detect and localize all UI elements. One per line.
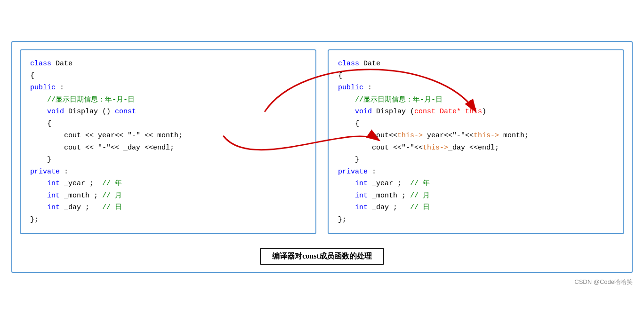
- left-line-6: {: [30, 118, 306, 130]
- left-code-panel: class Date { public : //显示日期信息：年-月-日 voi…: [20, 49, 316, 234]
- left-line-9: }: [30, 154, 306, 166]
- left-line-2: {: [30, 70, 306, 82]
- right-line-10: private :: [338, 166, 614, 178]
- left-line-11: int _year ; // 年: [30, 178, 306, 190]
- left-line-3: public :: [30, 82, 306, 94]
- left-line-5: void Display () const: [30, 106, 306, 118]
- right-line-14: };: [338, 214, 614, 226]
- left-line-1: class Date: [30, 58, 306, 70]
- right-line-9: }: [338, 154, 614, 166]
- outer-wrapper: class Date { public : //显示日期信息：年-月-日 voi…: [11, 41, 633, 273]
- watermark: CSDN @Code哈哈笑: [574, 278, 633, 286]
- right-line-13: int _day ; // 日: [338, 202, 614, 214]
- left-line-12: int _month ; // 月: [30, 190, 306, 202]
- right-line-12: int _month ; // 月: [338, 190, 614, 202]
- caption-box: 编译器对const成员函数的处理: [260, 248, 384, 265]
- right-line-1: class Date: [338, 58, 614, 70]
- left-line-4: //显示日期信息：年-月-日: [30, 94, 306, 106]
- right-line-5: void Display (const Date* this): [338, 106, 614, 118]
- left-line-7: cout <<_year<< "-" <<_month;: [30, 130, 306, 142]
- caption-text: 编译器对const成员函数的处理: [272, 252, 372, 260]
- left-line-14: };: [30, 214, 306, 226]
- right-line-7: cout<<this->_year<<"-"<<this->_month;: [338, 130, 614, 142]
- right-line-8: cout <<"-"<<this->_day <<endl;: [338, 142, 614, 154]
- right-line-6: {: [338, 118, 614, 130]
- right-line-4: //显示日期信息：年-月-日: [338, 94, 614, 106]
- right-line-2: {: [338, 70, 614, 82]
- caption-area: 编译器对const成员函数的处理: [20, 240, 624, 265]
- right-code-panel: class Date { public : //显示日期信息：年-月-日 voi…: [328, 49, 624, 234]
- left-line-13: int _day ; // 日: [30, 202, 306, 214]
- code-panels: class Date { public : //显示日期信息：年-月-日 voi…: [20, 49, 624, 234]
- right-line-11: int _year ; // 年: [338, 178, 614, 190]
- right-line-3: public :: [338, 82, 614, 94]
- left-line-10: private :: [30, 166, 306, 178]
- left-line-8: cout << "-"<< _day <<endl;: [30, 142, 306, 154]
- main-container: class Date { public : //显示日期信息：年-月-日 voi…: [11, 41, 633, 273]
